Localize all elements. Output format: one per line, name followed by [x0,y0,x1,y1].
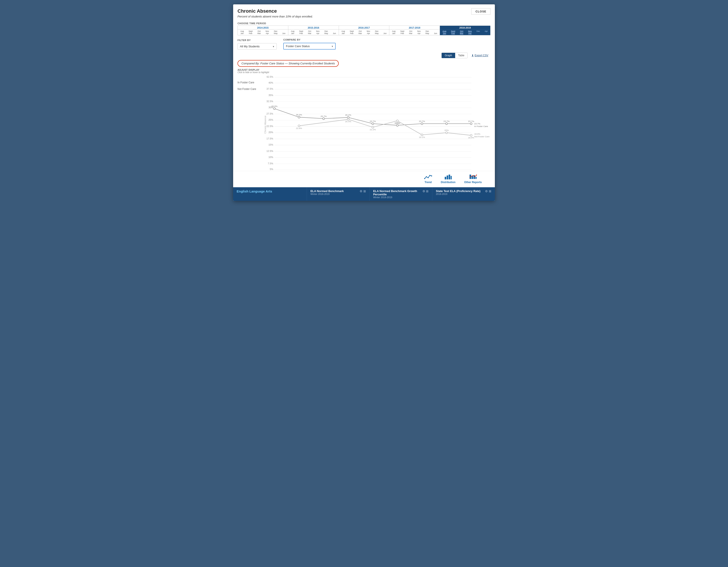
other-reports-icon [469,174,477,180]
svg-rect-83 [445,177,446,179]
month-sept[interactable]: SeptFeb [349,30,354,35]
footer-ela-normed[interactable]: ⚙ ⊞ ELA Normed Benchmark Winter 2018-201… [307,187,370,201]
month-oct[interactable]: OctMar [257,30,261,35]
svg-text:15%: 15% [268,143,273,146]
footer-ela-growth-subtitle: Winter 2018-2019 [373,196,429,198]
time-period-2016-2017[interactable]: 2016-2017 AugJan SeptFeb OctMar NovApr D… [339,26,390,35]
close-button[interactable]: CLOSE [471,8,490,15]
compare-by-select[interactable]: Foster Care Status [283,43,336,50]
export-csv-button[interactable]: ⬇ Export CSV [469,53,490,58]
month-dec[interactable]: DecMay [425,30,430,35]
nav-distribution-label: Distribution [441,181,455,184]
tab-graph[interactable]: Graph [442,53,455,58]
nav-trend[interactable]: Trend [424,174,432,184]
month-aug[interactable]: AugJan [341,30,345,35]
footer-state-test-title: State Test ELA (Proficiency Rate) [436,189,491,193]
month-apr-active[interactable]: Apr [484,30,488,35]
svg-point-79 [426,176,427,177]
month-nov[interactable]: NovApr [265,30,270,35]
modal-title: Chronic Absence [238,8,490,14]
adjust-label: ADJUST DISPLAY [238,68,490,71]
tab-table[interactable]: Table [455,53,468,58]
trend-icon [424,174,432,180]
svg-text:20%: 20% [444,129,449,131]
month-sept[interactable]: SeptFeb [299,30,304,35]
time-period-2017-2018[interactable]: 2017-2018 AugJan SeptFeb OctMar NovApr D… [389,26,440,35]
nav-distribution[interactable]: Distribution [441,174,455,184]
svg-point-32 [273,108,275,109]
month-aug[interactable]: AugJan [391,30,396,35]
footer-ela-growth-icons[interactable]: ⚙ ⊞ [422,189,429,193]
distribution-icon [444,174,452,180]
footer-state-test-icons[interactable]: ⚙ ⊞ [485,189,491,193]
svg-point-80 [427,177,429,178]
svg-text:40%: 40% [268,81,273,84]
footer-state-test[interactable]: ⚙ ⊞ State Test ELA (Proficiency Rate) 20… [432,187,495,201]
time-period-row: 2014-2015 AugJan SeptFeb OctMar NovApr D… [238,26,490,35]
svg-point-44 [396,120,398,122]
footer-ela-normed-icons[interactable]: ⚙ ⊞ [360,189,366,193]
svg-text:37.5%: 37.5% [267,87,273,90]
svg-text:In Foster Care: In Foster Care [474,125,488,127]
svg-text:18.8%: 18.8% [474,133,480,135]
month-sept[interactable]: SeptFeb [248,30,253,35]
svg-text:20%: 20% [268,131,273,133]
nav-other-reports[interactable]: Other Reports [464,174,482,184]
month-dec[interactable]: DecMay [374,30,379,35]
month-nov-active[interactable]: NovApr [468,30,472,35]
footer-bar: English Language Arts ⚙ ⊞ ELA Normed Ben… [233,187,495,201]
month-oct[interactable]: OctMar [358,30,362,35]
month-oct[interactable]: OctMar [409,30,413,35]
svg-point-82 [431,175,432,176]
svg-point-43 [372,126,374,128]
svg-text:32.5%: 32.5% [267,100,273,103]
modal: Chronic Absence Percent of students abse… [233,4,495,201]
svg-text:35%: 35% [268,94,273,96]
month-aug[interactable]: AugJan [291,30,295,35]
time-period-2015-2016[interactable]: 2015-2016 AugJan SeptFeb OctMar NovApr D… [288,26,339,35]
svg-text:25.7%: 25.7% [321,115,327,117]
month-jun[interactable]: Jun [332,30,337,35]
filter-by-group: FILTER BY All My Students [238,39,277,50]
month-sept[interactable]: SeptFeb [400,30,405,35]
month-oct[interactable]: OctMar [308,30,312,35]
svg-text:25%: 25% [268,118,273,121]
download-icon: ⬇ [472,54,474,57]
year-2016-2017: 2016-2017 [339,26,389,29]
months-2014-2015: AugJan SeptFeb OctMar NovApr DecMay Jun [238,29,288,35]
filter-by-label: FILTER BY [238,39,277,41]
months-2015-2016: AugJan SeptFeb OctMar NovApr DecMay Jun [288,29,339,35]
month-dec[interactable]: DecMay [324,30,328,35]
svg-point-91 [476,174,477,175]
tab-group: Graph Table [441,53,468,58]
svg-text:23.7%: 23.7% [474,122,480,125]
footer-ela-growth[interactable]: ⚙ ⊞ ELA Normed Benchmark Growth Percenti… [370,187,432,201]
month-jun[interactable]: Jun [383,30,387,35]
month-dec-active[interactable]: Dec [476,30,480,35]
svg-point-46 [446,132,448,134]
month-jun[interactable]: Jun [282,30,286,35]
time-period-2014-2015[interactable]: 2014-2015 AugJan SeptFeb OctMar NovApr D… [238,26,288,35]
filter-by-select[interactable]: All My Students [238,43,277,50]
month-jun[interactable]: Jun [434,30,438,35]
month-dec[interactable]: DecMay [273,30,278,35]
month-oct-active[interactable]: OctMar [460,30,464,35]
svg-rect-88 [472,176,473,179]
month-aug-active[interactable]: AugJan [442,30,447,35]
legend-foster-care[interactable]: In Foster Care [238,81,264,84]
svg-text:23.7%: 23.7% [370,120,376,122]
month-aug[interactable]: AugJan [240,30,244,35]
svg-text:42.5%: 42.5% [267,75,273,78]
compare-by-select-wrapper: Foster Care Status [283,43,336,50]
legend-not-foster-care[interactable]: Not Foster Care [238,87,264,91]
export-csv-label: Export CSV [475,54,488,57]
month-nov[interactable]: NovApr [366,30,371,35]
month-sept-active[interactable]: SeptFeb [451,30,456,35]
modal-header: Chronic Absence Percent of students abse… [233,4,495,20]
time-period-label: CHOOSE TIME PERIOD [238,22,490,25]
footer-ela[interactable]: English Language Arts [233,187,307,201]
svg-text:23.7%: 23.7% [444,120,450,122]
month-nov[interactable]: NovApr [316,30,320,35]
month-nov[interactable]: NovApr [417,30,421,35]
time-period-2018-2019[interactable]: 2018-2019 AugJan SeptFeb OctMar NovApr D… [440,26,490,35]
